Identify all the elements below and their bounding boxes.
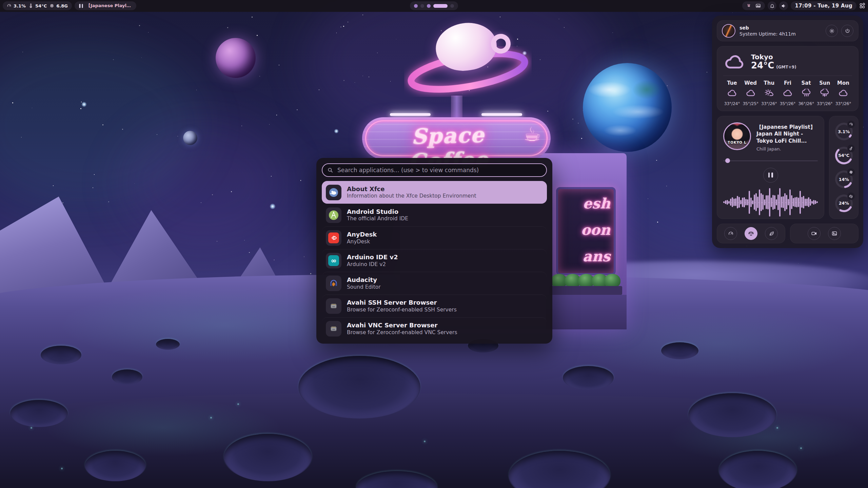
audacity-icon <box>326 276 341 291</box>
album-art: TOKYO L <box>723 122 751 150</box>
temperature-gauge: 54°C <box>834 146 853 165</box>
crater <box>112 369 142 385</box>
tray-image-icon[interactable] <box>755 3 761 8</box>
network-port-icon <box>326 321 341 337</box>
notifications-button[interactable] <box>768 1 776 10</box>
workspace-dot-4[interactable] <box>433 4 448 8</box>
floating-saturn-cup <box>400 14 536 108</box>
now-playing-label: 【Japanese Playlist】 J... <box>86 3 132 9</box>
scales-icon <box>748 230 754 237</box>
weather-forecast: Tue 33°/24° Wed 35°/25° Thu 33°/26° Fri … <box>723 80 852 106</box>
forecast-day: Thu 33°/26° <box>760 80 778 106</box>
cpu-gauge: 3.1% <box>834 122 853 141</box>
now-playing-pill[interactable]: 【Japanese Playlist】 J... <box>75 1 136 10</box>
leaf-icon <box>769 231 774 237</box>
cloud-icon <box>723 54 746 70</box>
avatar[interactable] <box>722 24 735 38</box>
sidebar-panel: seb System Uptime: 4h11m Tokyo 24°C (GMT… <box>712 16 863 248</box>
forecast-day: Tue 33°/24° <box>723 80 741 106</box>
weather-card: Tokyo 24°C (GMT+9) Tue 33°/24° Wed 35°/2… <box>717 46 859 111</box>
seek-slider[interactable] <box>723 158 818 163</box>
top-panel: 3.1% 54°C 6.8G 【Japanese Playlist】 J... … <box>0 0 868 12</box>
capture-card <box>790 224 859 243</box>
anydesk-icon <box>326 230 341 246</box>
track-artist: Chill Japan. <box>756 146 818 151</box>
performance-mode-button[interactable] <box>724 227 737 240</box>
chip-icon <box>50 3 54 8</box>
crater <box>10 400 68 427</box>
search-input[interactable] <box>322 163 547 177</box>
app-item-avahi-ssh[interactable]: Avahi SSH Server Browser Browse for Zero… <box>322 294 547 317</box>
workspace-dot-3[interactable] <box>427 4 431 8</box>
volume-button[interactable] <box>779 1 788 10</box>
space-coffee-neon-sign: Space Coffee ☕ <box>362 117 551 159</box>
dashboard-icon[interactable] <box>859 3 865 9</box>
search-icon <box>327 167 333 173</box>
screen-record-button[interactable] <box>808 227 821 240</box>
forecast-day: Wed 35°/25° <box>742 80 760 106</box>
roof-light <box>481 113 522 116</box>
system-uptime: System Uptime: 4h11m <box>739 31 796 37</box>
clock[interactable]: 17:09 - Tue, 19 Aug <box>791 1 856 10</box>
forecast-day: Fri 35°/26° <box>779 80 796 106</box>
thermometer-icon <box>847 145 855 152</box>
disk-gauge: 24% <box>834 194 853 213</box>
workspace-indicator <box>410 1 458 10</box>
memory-stat: 6.8G <box>50 3 68 8</box>
cloud-icon <box>723 89 741 99</box>
workspace-dot-2[interactable] <box>420 4 424 8</box>
small-moon <box>183 131 197 145</box>
media-player-card: TOKYO L 【Japanese Playlist】 Japan All Ni… <box>717 116 824 219</box>
sun-cloud-icon <box>760 89 778 99</box>
window-neon-text: oon <box>581 222 610 238</box>
coffee-cup-icon: ☕ <box>524 123 541 146</box>
settings-button[interactable] <box>826 25 838 37</box>
slider-knob[interactable] <box>725 158 730 163</box>
system-gauges-card: 3.1% 54°C 14% 24% <box>829 116 859 219</box>
play-pause-button[interactable] <box>763 168 778 183</box>
temp-stat: 54°C <box>28 3 47 8</box>
speedometer-icon <box>728 231 734 237</box>
cloud-icon <box>779 89 796 99</box>
purple-planet <box>216 38 256 78</box>
speedometer-icon <box>7 3 12 8</box>
cpu-stat: 3.1% <box>7 3 26 8</box>
memory-gauge: 14% <box>834 170 853 189</box>
crater <box>156 339 180 350</box>
system-stats-pill[interactable]: 3.1% 54°C 6.8G <box>3 1 72 10</box>
crater <box>563 366 614 390</box>
app-item-anydesk[interactable]: AnyDesk AnyDesk <box>322 226 547 249</box>
crater <box>719 451 797 488</box>
weather-timezone: (GMT+9) <box>776 65 796 69</box>
pause-icon <box>79 4 83 8</box>
powersave-mode-button[interactable] <box>765 227 778 240</box>
gear-icon <box>829 28 835 34</box>
screenshot-button[interactable] <box>828 227 841 240</box>
workspace-dot-1[interactable] <box>414 4 418 8</box>
image-icon <box>831 230 837 237</box>
power-button[interactable] <box>841 25 853 37</box>
app-item-avahi-vnc[interactable]: Avahi VNC Server Browser Browse for Zero… <box>322 317 547 340</box>
user-name: seb <box>739 25 796 30</box>
app-item-arduino[interactable]: ∞ Arduino IDE v2 Arduino IDE v2 <box>322 249 547 272</box>
app-item-android-studio[interactable]: Android Studio The official Android IDE <box>322 204 547 226</box>
app-launcher: About Xfce Information about the Xfce De… <box>316 158 552 344</box>
pause-icon <box>768 172 773 178</box>
android-studio-icon <box>326 207 341 223</box>
cloud-icon <box>834 89 852 99</box>
forecast-day: Sat 36°/26° <box>797 80 815 106</box>
track-title: 【Japanese Playlist】 Japan All Night - To… <box>756 124 818 144</box>
earth-planet <box>583 63 672 152</box>
app-item-about-xfce[interactable]: About Xfce Information about the Xfce De… <box>322 181 547 204</box>
balanced-mode-button[interactable] <box>745 227 757 240</box>
window-neon-text: esh <box>583 195 610 212</box>
workspace-dot-5[interactable] <box>450 4 454 8</box>
crater <box>224 434 312 481</box>
app-item-audacity[interactable]: Audacity Sound Editor <box>322 272 547 294</box>
cafe-window: esh oon ans <box>556 187 616 275</box>
audio-waveform <box>723 187 818 218</box>
weather-city: Tokyo <box>751 53 796 61</box>
arduino-icon: ∞ <box>326 253 341 268</box>
tray-app-icon[interactable] <box>746 3 751 8</box>
chip-icon <box>847 168 855 176</box>
